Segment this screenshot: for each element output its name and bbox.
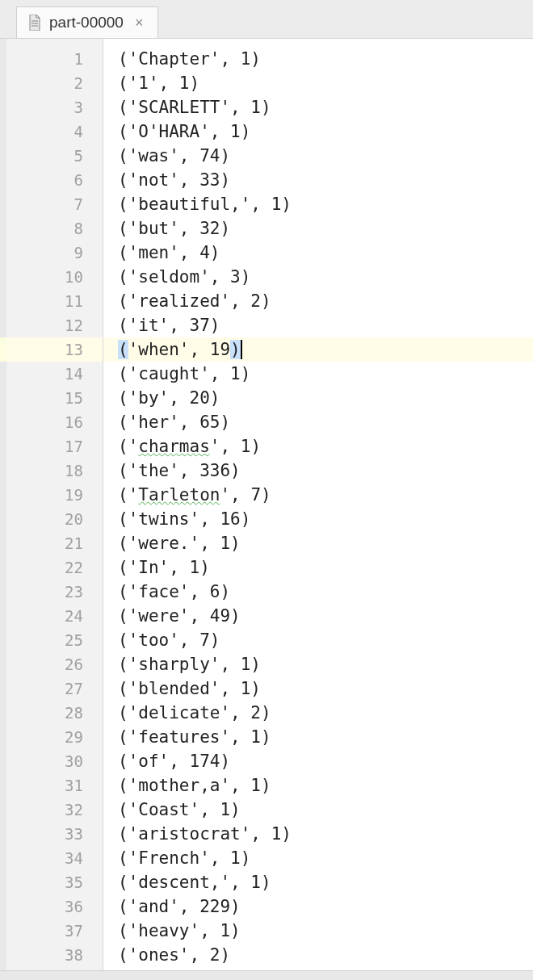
code-line[interactable]: ('was', 74) <box>103 144 533 168</box>
code-line[interactable]: ('seldom', 3) <box>103 265 533 289</box>
file-tab[interactable]: part-00000 × <box>16 6 158 38</box>
code-line[interactable]: ('too', 7) <box>103 628 533 652</box>
close-icon[interactable]: × <box>132 15 147 31</box>
line-number[interactable]: 15 <box>6 386 103 410</box>
line-number[interactable]: 23 <box>6 580 103 604</box>
code-line[interactable]: ('Chapter', 1) <box>103 47 533 71</box>
line-number[interactable]: 6 <box>6 168 103 192</box>
line-number[interactable]: 30 <box>6 749 103 773</box>
line-number[interactable]: 33 <box>6 822 103 846</box>
line-number[interactable]: 5 <box>6 144 103 168</box>
code-line[interactable]: ('realized', 2) <box>103 289 533 313</box>
line-number[interactable]: 37 <box>6 919 103 943</box>
line-number[interactable]: 36 <box>6 894 103 919</box>
line-number[interactable]: 13 <box>6 337 103 362</box>
line-number[interactable]: 12 <box>6 313 103 337</box>
code-line[interactable]: ('delicate', 2) <box>103 701 533 725</box>
code-line[interactable]: ('sharply', 1) <box>103 652 533 676</box>
code-line[interactable]: ('SCARLETT', 1) <box>103 95 533 119</box>
status-bar <box>0 970 533 980</box>
line-number[interactable]: 34 <box>6 846 103 870</box>
line-number[interactable]: 22 <box>6 555 103 580</box>
code-line[interactable]: ('men', 4) <box>103 241 533 265</box>
line-number[interactable]: 4 <box>6 119 103 144</box>
line-number[interactable]: 10 <box>6 265 103 289</box>
line-number[interactable]: 11 <box>6 289 103 313</box>
code-line[interactable]: ('blended', 1) <box>103 676 533 701</box>
left-margin <box>0 39 6 970</box>
line-number[interactable]: 26 <box>6 652 103 676</box>
code-line[interactable]: ('her', 65) <box>103 410 533 434</box>
tab-bar: part-00000 × <box>0 0 533 39</box>
code-area[interactable]: ('Chapter', 1)('1', 1)('SCARLETT', 1)('O… <box>103 39 533 970</box>
code-line[interactable]: ('Tarleton', 7) <box>103 483 533 507</box>
code-line[interactable]: ('when', 19) <box>103 337 533 362</box>
code-line[interactable]: ('heavy', 1) <box>103 919 533 943</box>
code-line[interactable]: ('features', 1) <box>103 725 533 749</box>
line-number[interactable]: 21 <box>6 531 103 555</box>
left-margin-highlight <box>0 337 6 362</box>
code-line[interactable]: ('by', 20) <box>103 386 533 410</box>
code-line[interactable]: ('the', 336) <box>103 459 533 483</box>
line-number[interactable]: 7 <box>6 192 103 216</box>
line-number[interactable]: 29 <box>6 725 103 749</box>
code-line[interactable]: ('French', 1) <box>103 846 533 870</box>
code-line[interactable]: ('not', 33) <box>103 168 533 192</box>
code-line[interactable]: ('ones', 2) <box>103 943 533 967</box>
line-number[interactable]: 17 <box>6 434 103 459</box>
code-line[interactable]: ('twins', 16) <box>103 507 533 531</box>
code-line[interactable]: ('beautiful,', 1) <box>103 192 533 216</box>
line-number[interactable]: 24 <box>6 604 103 628</box>
code-line[interactable]: ('descent,', 1) <box>103 870 533 894</box>
code-line[interactable]: ('1', 1) <box>103 71 533 95</box>
code-line[interactable]: ('O'HARA', 1) <box>103 119 533 144</box>
code-line[interactable]: ('Coast', 1) <box>103 798 533 822</box>
line-number[interactable]: 25 <box>6 628 103 652</box>
file-icon <box>28 15 41 31</box>
code-line[interactable]: ('it', 37) <box>103 313 533 337</box>
line-number[interactable]: 9 <box>6 241 103 265</box>
line-number[interactable]: 20 <box>6 507 103 531</box>
line-number[interactable]: 28 <box>6 701 103 725</box>
code-line[interactable]: ('and', 229) <box>103 894 533 919</box>
code-line[interactable]: ('charmas', 1) <box>103 434 533 459</box>
code-line[interactable]: ('of', 174) <box>103 749 533 773</box>
line-number[interactable]: 8 <box>6 216 103 241</box>
line-number[interactable]: 14 <box>6 362 103 386</box>
line-number[interactable]: 19 <box>6 483 103 507</box>
text-editor[interactable]: 1234567891011121314151617181920212223242… <box>6 39 533 970</box>
code-line[interactable]: ('mother,a', 1) <box>103 773 533 798</box>
line-number-gutter[interactable]: 1234567891011121314151617181920212223242… <box>6 39 103 970</box>
code-line[interactable]: ('In', 1) <box>103 555 533 580</box>
code-line[interactable]: ('caught', 1) <box>103 362 533 386</box>
line-number[interactable]: 31 <box>6 773 103 798</box>
code-line[interactable]: ('aristocrat', 1) <box>103 822 533 846</box>
line-number[interactable]: 18 <box>6 459 103 483</box>
line-number[interactable]: 27 <box>6 676 103 701</box>
tab-filename: part-00000 <box>49 14 124 31</box>
line-number[interactable]: 16 <box>6 410 103 434</box>
line-number[interactable]: 35 <box>6 870 103 894</box>
line-number[interactable]: 38 <box>6 943 103 967</box>
code-line[interactable]: ('but', 32) <box>103 216 533 241</box>
line-number[interactable]: 3 <box>6 95 103 119</box>
code-line[interactable]: ('were.', 1) <box>103 531 533 555</box>
line-number[interactable]: 32 <box>6 798 103 822</box>
line-number[interactable]: 2 <box>6 71 103 95</box>
code-line[interactable]: ('face', 6) <box>103 580 533 604</box>
line-number[interactable]: 1 <box>6 47 103 71</box>
code-line[interactable]: ('were', 49) <box>103 604 533 628</box>
